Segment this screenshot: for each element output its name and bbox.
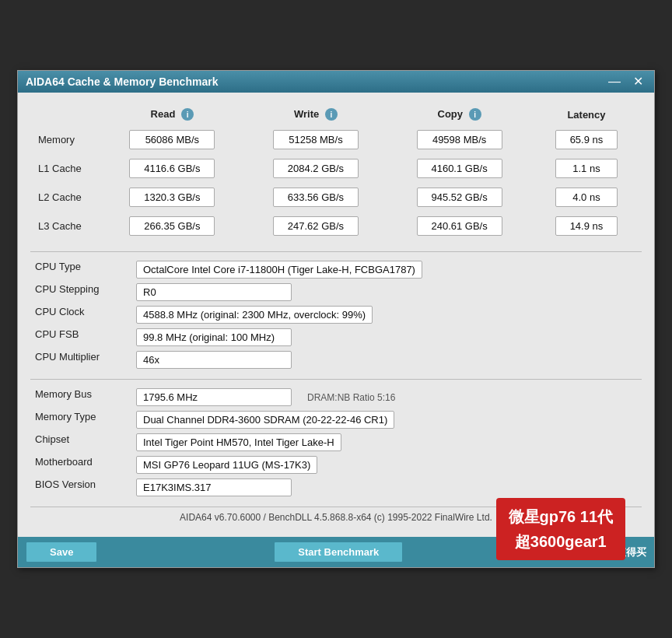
row-read-1: 4116.6 GB/s: [100, 154, 244, 183]
write-info-icon[interactable]: i: [325, 108, 338, 121]
memory-info-row: Chipset Intel Tiger Point HM570, Intel T…: [30, 431, 642, 454]
footer-text: AIDA64 v6.70.6000 / BenchDLL 4.5.868.8-x…: [30, 507, 642, 529]
main-window: AIDA64 Cache & Memory Benchmark — ✕ Read…: [17, 70, 655, 569]
read-info-icon[interactable]: i: [181, 108, 194, 121]
cpu-value-3: 99.8 MHz (original: 100 MHz): [131, 326, 642, 349]
title-controls: — ✕: [605, 75, 646, 88]
cpu-info-row: CPU Type OctalCore Intel Core i7-11800H …: [30, 258, 642, 281]
row-copy-2: 945.52 GB/s: [387, 183, 531, 212]
mem-value-0: 1795.6 MHzDRAM:NB Ratio 5:16: [131, 386, 642, 408]
benchmark-table: Read i Write i Copy i Latency Memory: [30, 103, 642, 241]
cpu-label-0: CPU Type: [30, 258, 131, 281]
save-button[interactable]: Save: [26, 542, 97, 563]
memory-info-row: Motherboard MSI GP76 Leopard 11UG (MS-17…: [30, 454, 642, 476]
row-latency-2: 4.0 ns: [531, 183, 642, 212]
table-row: L1 Cache 4116.6 GB/s 2084.2 GB/s 4160.1 …: [30, 154, 642, 183]
divider-2: [30, 379, 642, 380]
start-benchmark-button[interactable]: Start Benchmark: [274, 542, 403, 563]
content-area: Read i Write i Copy i Latency Memory: [18, 93, 654, 538]
mem-value-4: E17K3IMS.317: [131, 476, 642, 499]
cpu-info-row: CPU Stepping R0: [30, 281, 642, 303]
cpu-label-2: CPU Clock: [30, 303, 131, 326]
cpu-info-table: CPU Type OctalCore Intel Core i7-11800H …: [30, 258, 642, 371]
mem-label-1: Memory Type: [30, 408, 131, 431]
close-button[interactable]: ✕: [630, 75, 646, 88]
memory-info-row: BIOS Version E17K3IMS.317: [30, 476, 642, 499]
col-copy: Copy i: [387, 103, 531, 126]
memory-info-row: Memory Bus 1795.6 MHzDRAM:NB Ratio 5:16: [30, 386, 642, 408]
cpu-value-1: R0: [131, 281, 642, 303]
cpu-value-2: 4588.8 MHz (original: 2300 MHz, overcloc…: [131, 303, 642, 326]
cpu-label-4: CPU Multiplier: [30, 349, 131, 371]
col-write: Write i: [244, 103, 388, 126]
mem-label-0: Memory Bus: [30, 386, 131, 408]
row-write-1: 2084.2 GB/s: [244, 154, 388, 183]
row-write-3: 247.62 GB/s: [244, 212, 388, 240]
cpu-label-3: CPU FSB: [30, 326, 131, 349]
cpu-label-1: CPU Stepping: [30, 281, 131, 303]
memory-info-row: Memory Type Dual Channel DDR4-3600 SDRAM…: [30, 408, 642, 431]
mem-value-3: MSI GP76 Leopard 11UG (MS-17K3): [131, 454, 642, 476]
divider-1: [30, 251, 642, 252]
mem-value-2: Intel Tiger Point HM570, Intel Tiger Lak…: [131, 431, 642, 454]
row-latency-0: 65.9 ns: [531, 125, 642, 154]
cpu-info-row: CPU FSB 99.8 MHz (original: 100 MHz): [30, 326, 642, 349]
cpu-info-row: CPU Multiplier 46x: [30, 349, 642, 371]
title-bar: AIDA64 Cache & Memory Benchmark — ✕: [18, 71, 654, 93]
row-write-2: 633.56 GB/s: [244, 183, 388, 212]
table-row: L2 Cache 1320.3 GB/s 633.56 GB/s 945.52 …: [30, 183, 642, 212]
mem-value-1: Dual Channel DDR4-3600 SDRAM (20-22-22-4…: [131, 408, 642, 431]
mem-label-3: Motherboard: [30, 454, 131, 476]
row-read-3: 266.35 GB/s: [100, 212, 244, 240]
row-latency-1: 1.1 ns: [531, 154, 642, 183]
bottom-bar: Save Start Benchmark 值♥什么值得买: [18, 537, 654, 567]
col-read: Read i: [100, 103, 244, 126]
table-row: Memory 56086 MB/s 51258 MB/s 49598 MB/s …: [30, 125, 642, 154]
col-latency: Latency: [531, 103, 642, 126]
cpu-value-0: OctalCore Intel Core i7-11800H (Tiger La…: [131, 258, 642, 281]
row-latency-3: 14.9 ns: [531, 212, 642, 240]
row-copy-1: 4160.1 GB/s: [387, 154, 531, 183]
row-read-2: 1320.3 GB/s: [100, 183, 244, 212]
branding-label: 值♥什么值得买: [579, 545, 646, 559]
row-label-2: L2 Cache: [30, 183, 100, 212]
row-label-0: Memory: [30, 125, 100, 154]
cpu-value-4: 46x: [131, 349, 642, 371]
cpu-info-row: CPU Clock 4588.8 MHz (original: 2300 MHz…: [30, 303, 642, 326]
row-copy-0: 49598 MB/s: [387, 125, 531, 154]
copy-info-icon[interactable]: i: [469, 108, 481, 121]
row-write-0: 51258 MB/s: [244, 125, 388, 154]
window-title: AIDA64 Cache & Memory Benchmark: [26, 75, 218, 88]
row-copy-3: 240.61 GB/s: [387, 212, 531, 240]
mem-label-4: BIOS Version: [30, 476, 131, 499]
table-row: L3 Cache 266.35 GB/s 247.62 GB/s 240.61 …: [30, 212, 642, 240]
memory-info-table: Memory Bus 1795.6 MHzDRAM:NB Ratio 5:16 …: [30, 386, 642, 499]
minimize-button[interactable]: —: [605, 75, 624, 88]
row-label-1: L1 Cache: [30, 154, 100, 183]
row-read-0: 56086 MB/s: [100, 125, 244, 154]
mem-label-2: Chipset: [30, 431, 131, 454]
row-label-3: L3 Cache: [30, 212, 100, 240]
